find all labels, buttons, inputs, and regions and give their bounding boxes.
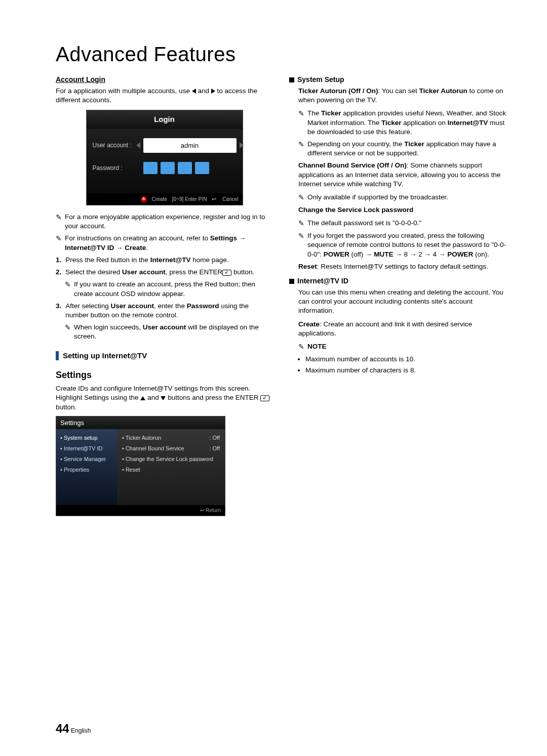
note-icon [298, 193, 304, 202]
menu-item-system-setup[interactable]: • System setup [60, 434, 113, 442]
red-button-icon: A [141, 196, 147, 202]
password-label: Password : [93, 164, 143, 172]
return-label: Return [206, 508, 221, 513]
note-text: The Ticker application provides useful N… [307, 109, 506, 137]
note-text: If you forget the password you created, … [307, 231, 506, 259]
step-text: Select the desired User account, press t… [65, 268, 254, 277]
note-icon [298, 140, 304, 158]
setting-ticker-autorun[interactable]: • Ticker Autorun: Off [122, 434, 220, 442]
footer-pin-label: [0~9] Enter PIN [172, 196, 207, 203]
change-password-heading: Change the Service Lock password [289, 205, 506, 215]
note-text: If you want to create an account, press … [74, 280, 273, 298]
settings-heading: Settings [56, 369, 273, 381]
login-panel: Login User account : admin Password : [86, 110, 243, 205]
menu-item-service-manager[interactable]: • Service Manager [60, 455, 113, 463]
square-bullet-icon [289, 279, 294, 284]
internet-tv-id-heading: Internet@TV ID [289, 276, 506, 286]
page-language: English [71, 727, 91, 734]
pin-digit[interactable] [143, 162, 158, 174]
setting-reset[interactable]: • Reset [122, 466, 220, 474]
settings-intro: Create IDs and configure Internet@TV set… [56, 384, 273, 412]
note-label: NOTE [307, 342, 327, 352]
user-account-value: admin [181, 142, 199, 149]
note-text: The default password set is "0-0-0-0." [307, 219, 421, 228]
account-login-text: For a application with multiple accounts… [56, 87, 273, 105]
internet-tv-id-desc: You can use this menu when creating and … [289, 288, 506, 316]
settings-right-pane: • Ticker Autorun: Off • Channel Bound Se… [117, 429, 225, 505]
settings-footer: Return [56, 505, 225, 516]
note-text: When login succeeds, User account will b… [74, 323, 273, 341]
down-arrow-icon [161, 396, 166, 400]
note-icon [298, 109, 304, 137]
note-text: For instructions on creating an account,… [65, 234, 273, 252]
create-desc: Create: Create an account and link it wi… [289, 320, 506, 338]
text: For instructions on creating an account,… [65, 234, 210, 242]
pin-digit[interactable] [178, 162, 192, 174]
page-footer: 44 English [56, 722, 91, 736]
text: . [146, 244, 148, 251]
right-column: System Setup Ticker Autorun (Off / On): … [289, 75, 506, 516]
footer-cancel-label: Cancel [222, 196, 238, 203]
chevron-right-icon[interactable] [240, 142, 244, 148]
step-3: 3. After selecting User account, enter t… [56, 302, 273, 320]
settings-left-menu[interactable]: • System setup • Internet@TV ID • Servic… [56, 429, 117, 505]
login-footer: A Create [0~9] Enter PIN Cancel [87, 193, 243, 205]
footer-create-label: Create [152, 196, 167, 203]
note-bullet-list: Maximum number of accounts is 10. Maximu… [289, 355, 506, 375]
menu-item-internet-tv-id[interactable]: • Internet@TV ID [60, 445, 113, 452]
list-item: Maximum number of characters is 8. [305, 366, 506, 375]
settings-panel-header: Settings [56, 416, 225, 430]
note-icon [298, 231, 304, 259]
account-login-heading: Account Login [56, 75, 273, 85]
pin-digit[interactable] [195, 162, 209, 174]
note-icon [298, 219, 304, 228]
enter-icon [260, 395, 269, 401]
square-bullet-icon [289, 77, 294, 82]
channel-bound-service-desc: Channel Bound Service (Off / On): Some c… [289, 161, 506, 189]
step-number: 3. [56, 302, 61, 320]
reset-desc: Reset: Resets Internet@TV settings to fa… [289, 262, 506, 271]
settings-panel: Settings • System setup • Internet@TV ID… [56, 416, 225, 516]
enter-icon [222, 270, 231, 276]
setting-change-service-lock-password[interactable]: • Change the Service Lock password [122, 455, 220, 463]
section-label: Setting up Internet@TV [63, 351, 147, 361]
text: and [198, 87, 211, 95]
left-arrow-icon [192, 89, 196, 94]
user-account-selector[interactable]: admin [143, 138, 237, 153]
step-1: 1. Press the Red button in the Internet@… [56, 256, 273, 265]
up-arrow-icon [140, 396, 145, 400]
step-text: After selecting User account, enter the … [65, 302, 273, 320]
note-icon [56, 234, 62, 252]
note-text: Depending on your country, the Ticker ap… [307, 140, 506, 158]
step-number: 2. [56, 268, 61, 277]
note-icon [65, 323, 71, 341]
step-number: 1. [56, 256, 61, 265]
login-panel-title: Login [87, 110, 243, 129]
chevron-left-icon[interactable] [136, 142, 140, 148]
menu-item-properties[interactable]: • Properties [60, 466, 113, 474]
left-column: Account Login For a application with mul… [56, 75, 273, 516]
ticker-autorun-desc: Ticker Autorun (Off / On): You can set T… [289, 87, 506, 105]
text: For a application with multiple accounts… [56, 87, 192, 95]
right-arrow-icon [211, 89, 215, 94]
page-number: 44 [56, 722, 69, 735]
password-input[interactable] [143, 162, 209, 174]
return-icon [212, 195, 217, 203]
return-icon [200, 508, 206, 513]
system-setup-heading: System Setup [289, 75, 506, 85]
step-text: Press the Red button in the Internet@TV … [65, 256, 228, 265]
setting-channel-bound-service[interactable]: • Channel Bound Service: Off [122, 445, 220, 452]
note-text: For a more enjoyable application experie… [65, 213, 273, 231]
page-title: Advanced Features [56, 43, 506, 66]
note-icon [298, 342, 304, 352]
list-item: Maximum number of accounts is 10. [305, 355, 506, 364]
note-text: Only available if supported by the broad… [307, 193, 448, 202]
user-account-label: User account : [93, 141, 143, 149]
section-setting-up-internet-tv: Setting up Internet@TV [56, 351, 273, 361]
note-icon [65, 280, 71, 298]
step-2: 2. Select the desired User account, pres… [56, 268, 273, 277]
pin-digit[interactable] [161, 162, 175, 174]
note-icon [56, 213, 62, 231]
